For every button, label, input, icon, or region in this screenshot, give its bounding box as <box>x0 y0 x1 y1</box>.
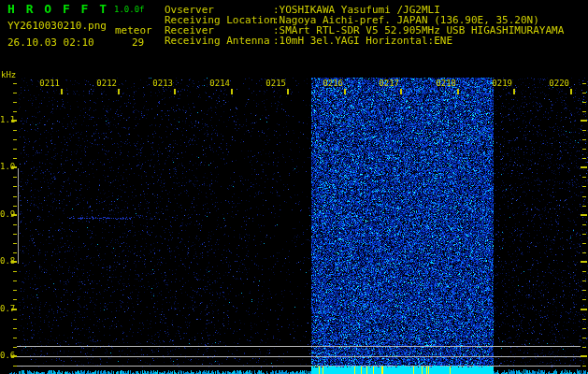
time-tick-label: 0215 <box>262 79 286 88</box>
hrofft-window: H R O F F T 1.0.0f YY2610030210.png mete… <box>0 0 588 374</box>
output-filename: YY2610030210.png <box>7 20 107 32</box>
time-tick-label: 0218 <box>432 79 456 88</box>
time-tick-label: 0217 <box>375 79 399 88</box>
observation-timestamp: 26.10.03 02:10 <box>7 36 94 49</box>
freq-tick-label: 1.1 <box>0 116 12 124</box>
info-label: Receiving Antenna <box>165 35 273 47</box>
mode-label: meteor <box>115 24 152 36</box>
freq-tick-label: 1.0 <box>0 163 12 171</box>
meteor-count: 29 <box>132 36 144 49</box>
app-version: 1.0.0f <box>114 5 145 14</box>
time-tick-label: 0213 <box>149 79 173 88</box>
freq-tick-label: 0.7 <box>0 305 12 313</box>
freq-tick-label: 0.9 <box>0 210 12 219</box>
time-tick-label: 0211 <box>36 79 60 88</box>
info-value: :10mH 3el.YAGI Horizontal:ENE <box>273 35 452 47</box>
time-tick-label: 0216 <box>319 79 343 88</box>
spectrogram-canvas <box>0 0 588 374</box>
time-tick-label: 0214 <box>206 79 230 88</box>
freq-axis-unit: kHz <box>1 70 16 79</box>
time-tick-label: 0212 <box>93 79 117 88</box>
freq-tick-label: 0.8 <box>0 257 12 266</box>
time-tick-label: 0220 <box>545 79 569 88</box>
time-tick-label: 0219 <box>488 79 512 88</box>
app-title: H R O F F T <box>7 2 108 16</box>
info-row-antenna: Receiving Antenna:10mH 3el.YAGI Horizont… <box>165 35 452 47</box>
freq-tick-label: 0.6 <box>0 352 12 360</box>
